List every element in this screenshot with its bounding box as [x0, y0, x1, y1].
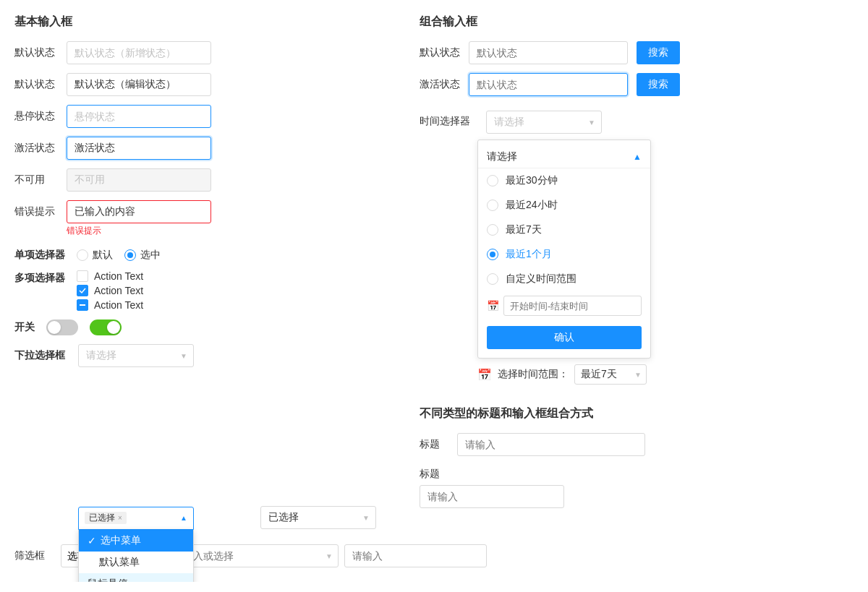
label-active: 激活状态	[14, 142, 67, 155]
time-picker-trigger[interactable]: 请选择 ▼	[486, 111, 602, 134]
radio-circle-selected	[124, 249, 136, 261]
dropdown-placeholder[interactable]: 请选择 ▼	[78, 344, 194, 367]
time-popup-up-arrow-icon: ▲	[633, 152, 642, 162]
checkbox-section: 多项选择器 Action Text Action Text	[14, 270, 391, 311]
time-popup-select-text: 请选择	[487, 150, 517, 163]
combo-label-default: 默认状态	[420, 46, 460, 59]
basic-input-title: 基本输入框	[14, 14, 391, 30]
menu-item-selected[interactable]: ✓ 选中菜单	[79, 530, 193, 552]
radio-label-default: 默认	[93, 249, 113, 262]
radio-dot-custom	[487, 273, 498, 285]
label-hover: 悬停状态	[14, 110, 67, 123]
input-active[interactable]	[67, 137, 211, 160]
checkbox-box-1	[77, 270, 88, 282]
time-option-24h-label: 最近24小时	[506, 199, 558, 212]
time-picker-title: 时间选择器	[420, 111, 477, 128]
checkbox-title: 多项选择器	[14, 270, 65, 285]
time-range-input-row: 📅	[478, 291, 650, 320]
combo-input-default[interactable]	[469, 41, 628, 64]
combo-label-active: 激活状态	[420, 78, 460, 91]
bottom-right-section: 不同类型的标题和输入框组合方式 标题 标题	[420, 406, 854, 508]
time-confirm-btn[interactable]: 确认	[487, 326, 642, 349]
bottom-label-2: 标题	[420, 468, 854, 481]
radio-label-selected: 选中	[140, 249, 161, 262]
time-option-1m-label: 最近1个月	[506, 248, 552, 261]
time-option-24h[interactable]: 最近24小时	[478, 193, 650, 218]
menu-check-icon: ✓	[88, 535, 96, 546]
checkbox-item-2[interactable]: Action Text	[77, 285, 143, 296]
bottom-row-2-wrapper: 标题	[420, 468, 854, 508]
time-popup-wrapper: 请选择 ▲ 最近30分钟 最近24小时 最近7天	[477, 140, 854, 385]
filter-row: 筛选框 选项 ▼ = ▼ ▼	[14, 544, 391, 567]
range-bar-label: 选择时间范围：	[498, 368, 569, 381]
menu-item-selected-label: 选中菜单	[101, 534, 141, 547]
error-message: 错误提示	[67, 225, 391, 237]
input-default-edit[interactable]	[67, 73, 211, 96]
input-error[interactable]	[67, 200, 211, 223]
bottom-input-narrow[interactable]	[420, 485, 564, 508]
switch-title: 开关	[14, 321, 35, 334]
menu-item-default-label: 默认菜单	[99, 556, 140, 569]
radio-dot-7d	[487, 224, 498, 236]
time-range-input[interactable]	[503, 296, 642, 316]
checkbox-box-2	[77, 285, 88, 296]
time-option-7d[interactable]: 最近7天	[478, 218, 650, 242]
dropdown-arrow-icon: ▼	[180, 352, 187, 360]
time-dropdown-outer-wrapper: 请选择 ▼	[486, 111, 602, 134]
time-range-bar: 📅 选择时间范围： 最近7天 ▼	[477, 364, 854, 385]
checkbox-item-3[interactable]: Action Text	[77, 299, 143, 311]
radio-section: 单项选择器 默认 选中	[14, 249, 391, 262]
combo-title: 组合输入框	[420, 14, 854, 30]
already-selected-display[interactable]: 已选择 ▼	[260, 506, 376, 529]
radio-dot-1m	[487, 249, 498, 260]
input-row-new: 默认状态	[14, 41, 391, 64]
dropdown-section: 下拉选择框 请选择 ▼	[14, 344, 391, 367]
switch-off[interactable]	[46, 319, 78, 335]
input-row-error: 错误提示	[14, 200, 391, 223]
filter-input-arrow: ▼	[326, 552, 333, 559]
range-bar-calendar-icon: 📅	[477, 368, 492, 382]
search-btn-active[interactable]: 搜索	[637, 73, 680, 96]
switch-knob-off	[48, 321, 61, 334]
selected-tag: 已选择 ×	[85, 512, 127, 524]
combo-row-active: 激活状态 搜索	[420, 73, 854, 96]
checkbox-label-3: Action Text	[94, 299, 143, 311]
input-hover[interactable]	[67, 105, 211, 128]
time-option-custom[interactable]: 自定义时间范围	[478, 267, 650, 291]
tag-close-icon[interactable]: ×	[118, 514, 122, 522]
switch-on[interactable]	[90, 319, 122, 335]
range-bar-select-wrapper: 最近7天 ▼	[574, 364, 647, 385]
time-option-30min[interactable]: 最近30分钟	[478, 168, 650, 193]
dropdown-with-tag-wrapper: 已选择 × ▲ ✓ 选中菜单 默认菜单 鼠标悬停	[78, 507, 194, 530]
label-error: 错误提示	[14, 205, 67, 218]
dropdown-wrapper[interactable]: 请选择 ▼	[78, 344, 194, 367]
radio-dot-24h	[487, 200, 498, 211]
already-selected-text: 已选择	[268, 511, 299, 524]
dropdown-selected-display[interactable]: 已选择 × ▲	[78, 507, 194, 530]
menu-item-default[interactable]: 默认菜单	[79, 552, 193, 573]
range-bar-select[interactable]: 最近7天 ▼	[574, 364, 647, 385]
time-option-7d-label: 最近7天	[506, 223, 542, 236]
checkbox-item-1[interactable]: Action Text	[77, 270, 143, 282]
search-btn-default[interactable]: 搜索	[637, 41, 680, 64]
time-option-30min-label: 最近30分钟	[506, 174, 558, 187]
checkbox-label-1: Action Text	[94, 270, 143, 282]
filter-section: 筛选框 选项 ▼ = ▼ ▼	[14, 544, 391, 567]
bottom-input-wide[interactable]	[457, 433, 645, 456]
time-option-1m[interactable]: 最近1个月	[478, 242, 650, 267]
dropdown-menu: ✓ 选中菜单 默认菜单 鼠标悬停	[78, 530, 194, 582]
combo-input-active[interactable]	[469, 73, 628, 96]
input-default-new[interactable]	[67, 41, 211, 64]
radio-selected[interactable]: 选中	[124, 249, 161, 262]
checkbox-box-3	[77, 299, 88, 311]
radio-default[interactable]: 默认	[77, 249, 113, 262]
input-row-hover: 悬停状态	[14, 105, 391, 128]
combo-row-default: 默认状态 搜索	[420, 41, 854, 64]
label-default-edit: 默认状态	[14, 78, 67, 91]
svg-rect-0	[80, 304, 85, 306]
check-icon-2	[78, 286, 87, 295]
menu-item-hover-label: 鼠标悬停	[88, 578, 128, 582]
time-popup-header: 请选择 ▲	[478, 146, 650, 168]
menu-item-hover[interactable]: 鼠标悬停	[79, 573, 193, 582]
radio-dot-inner-1m	[490, 252, 495, 257]
